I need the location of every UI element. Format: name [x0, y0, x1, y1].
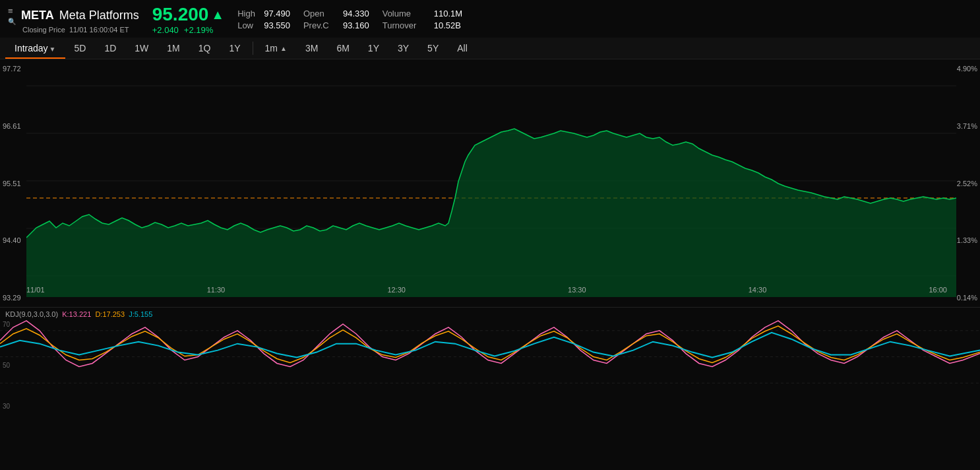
tab-5y[interactable]: 5Y: [418, 38, 448, 59]
tab-1min[interactable]: 1m▲: [256, 38, 296, 59]
kdj-chart-svg: [0, 308, 980, 413]
main-chart[interactable]: 97.72 96.61 95.51 94.40 93.29 4.90% 3.71…: [0, 59, 980, 307]
tab-1q[interactable]: 1Q: [189, 38, 220, 59]
menu-icon[interactable]: ≡🔍: [8, 6, 16, 26]
d-value: D:17.253: [95, 310, 125, 318]
price-changes: +2.040 +2.19%: [152, 25, 214, 35]
x-axis: 11/01 11:30 12:30 13:30 14:30 16:00: [26, 286, 947, 294]
tabs-bar: Intraday▼ 5D 1D 1W 1M 1Q 1Y 1m▲ 3M 6M 1Y…: [0, 38, 980, 59]
price-fill: [26, 129, 956, 297]
tab-1w[interactable]: 1W: [125, 38, 158, 59]
kdj-chart[interactable]: KDJ(9.0,3.0,3.0) K:13.221 D:17.253 J:5.1…: [0, 307, 980, 413]
tab-3y[interactable]: 3Y: [388, 38, 418, 59]
prevc-label: Prev.C: [303, 20, 338, 30]
ticker-name: Meta Platforms: [59, 9, 139, 22]
k-value: K:13.221: [62, 310, 91, 318]
tab-1y-left[interactable]: 1Y: [220, 38, 249, 59]
kdj-level-70: 70: [3, 321, 10, 328]
stock-header: ≡🔍 META Meta Platforms Closing Price 11/…: [0, 0, 980, 38]
x-label-2: 12:30: [387, 286, 406, 294]
tab-1y-right[interactable]: 1Y: [359, 38, 388, 59]
j-line: [0, 333, 980, 358]
price-up-icon: ▲: [211, 7, 224, 22]
turnover-value: 10.52B: [434, 20, 461, 30]
right-tab-group: 1m▲ 3M 6M 1Y 3Y 5Y All: [256, 38, 477, 59]
kdj-level-50: 50: [3, 362, 10, 369]
price-chart-svg: [0, 59, 980, 307]
current-price: 95.200 ▲: [152, 4, 224, 25]
kdj-level-30: 30: [3, 403, 10, 410]
price-section: 95.200 ▲ +2.040 +2.19%: [152, 4, 224, 35]
ticker-symbol[interactable]: META: [21, 9, 54, 22]
tab-1d[interactable]: 1D: [95, 38, 125, 59]
x-label-3: 13:30: [568, 286, 586, 294]
high-label: High: [237, 9, 259, 18]
tab-5d[interactable]: 5D: [65, 38, 96, 59]
kdj-header: KDJ(9.0,3.0,3.0) K:13.221 D:17.253 J:5.1…: [5, 310, 152, 318]
tab-1m[interactable]: 1M: [158, 38, 189, 59]
tab-all[interactable]: All: [448, 38, 477, 59]
tab-3m[interactable]: 3M: [296, 38, 327, 59]
high-low-section: High 97.490 Low 93.550: [237, 9, 290, 30]
high-value: 97.490: [264, 9, 290, 18]
prevc-value: 93.160: [343, 20, 369, 30]
low-label: Low: [237, 20, 259, 30]
x-label-0: 11/01: [26, 286, 45, 294]
x-label-5: 16:00: [929, 286, 947, 294]
x-label-4: 14:30: [749, 286, 767, 294]
tab-divider: [253, 42, 253, 55]
ticker-section: ≡🔍 META Meta Platforms Closing Price 11/…: [8, 6, 139, 34]
tab-6m[interactable]: 6M: [327, 38, 358, 59]
open-prevc-section: Open 94.330 Prev.C 93.160: [303, 9, 369, 30]
open-value: 94.330: [343, 9, 369, 18]
closing-info: Closing Price 11/01 16:00:04 ET: [8, 26, 139, 34]
kdj-y-axis: 70 50 30: [3, 321, 10, 410]
open-label: Open: [303, 9, 338, 18]
volume-section: Volume 110.1M Turnover 10.52B: [383, 9, 462, 30]
low-value: 93.550: [264, 20, 290, 30]
d-line: [0, 326, 980, 363]
kdj-label: KDJ(9.0,3.0,3.0): [5, 310, 58, 318]
j-value: J:5.155: [129, 310, 152, 318]
tab-intraday[interactable]: Intraday▼: [5, 38, 65, 59]
volume-label: Volume: [383, 9, 429, 18]
turnover-label: Turnover: [383, 20, 429, 30]
volume-value: 110.1M: [434, 9, 462, 18]
x-label-1: 11:30: [207, 286, 226, 294]
left-tab-group: Intraday▼ 5D 1D 1W 1M 1Q 1Y: [5, 38, 250, 59]
